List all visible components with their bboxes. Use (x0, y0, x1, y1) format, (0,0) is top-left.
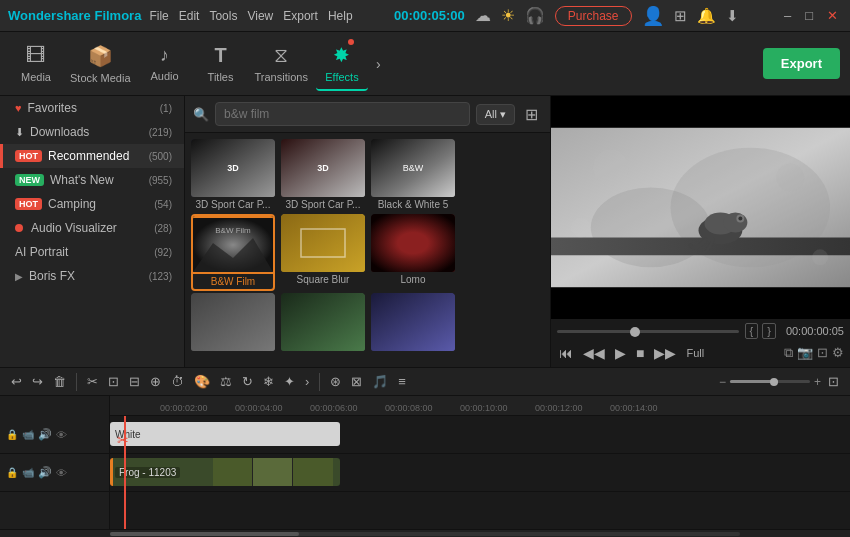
minimize-btn[interactable]: – (780, 8, 795, 23)
menu-edit[interactable]: Edit (179, 9, 200, 23)
clip-frog[interactable]: Frog - 11203 (110, 458, 340, 486)
preview-time-display: 00:00:00:05 (786, 325, 844, 337)
sidebar-item-favorites[interactable]: ♥ Favorites (1) (0, 96, 184, 120)
sidebar-item-ai-portrait[interactable]: AI Portrait (92) (0, 240, 184, 264)
track2-lock-icon[interactable]: 🔒 (6, 467, 18, 478)
menu-export[interactable]: Export (283, 9, 318, 23)
menu-view[interactable]: View (247, 9, 273, 23)
effect-thumb-row3b (281, 293, 365, 351)
sidebar-item-boris-fx[interactable]: ▶ Boris FX (123) (0, 264, 184, 288)
export-button[interactable]: Export (763, 48, 840, 79)
play-button[interactable]: ▶ (613, 343, 628, 363)
profile-icon[interactable]: 👤 (642, 5, 664, 27)
svg-text:B&W Film: B&W Film (215, 226, 251, 235)
split-button[interactable]: ⊟ (126, 372, 143, 391)
svg-text:3D: 3D (317, 163, 329, 173)
svg-rect-13 (281, 293, 365, 351)
effect-bwfilm[interactable]: B&W Film B&W Film (191, 214, 275, 291)
zoom-in-icon[interactable]: + (814, 375, 821, 389)
headset-icon: 🎧 (525, 6, 545, 25)
render-preview-icon[interactable]: ⧉ (784, 345, 793, 361)
track1-lock-icon[interactable]: 🔒 (6, 429, 18, 440)
cut-button[interactable]: ✂ (84, 372, 101, 391)
sidebar-item-camping[interactable]: HOT Camping (54) (0, 192, 184, 216)
prev-frame-button[interactable]: ◀◀ (581, 343, 607, 363)
skip-start-button[interactable]: ⏮ (557, 343, 575, 363)
full-quality-btn[interactable]: Full (686, 347, 704, 359)
undo-button[interactable]: ↩ (8, 372, 25, 391)
effects-search-input[interactable] (215, 102, 470, 126)
effect-row3c[interactable] (371, 293, 455, 355)
toolbar-transitions[interactable]: ⧖ Transitions (251, 38, 312, 89)
zoom-fit-button[interactable]: ⊡ (825, 372, 842, 391)
toolbar-titles[interactable]: T Titles (195, 38, 247, 89)
purchase-button[interactable]: Purchase (555, 6, 632, 26)
effects-track-btn[interactable]: ⊛ (327, 372, 344, 391)
toolbar-media-label: Media (21, 71, 51, 83)
effect-row3a[interactable] (191, 293, 275, 355)
snapshot-icon[interactable]: 📷 (797, 345, 813, 361)
delete-button[interactable]: 🗑 (50, 372, 69, 391)
sidebar-item-whats-new[interactable]: NEW What's New (955) (0, 168, 184, 192)
filter-dropdown[interactable]: All ▾ (476, 104, 515, 125)
color-button[interactable]: 🎨 (191, 372, 213, 391)
menu-file[interactable]: File (149, 9, 168, 23)
track1-eye-btn[interactable]: 👁 (56, 429, 67, 441)
zoom-out-icon[interactable]: − (719, 375, 726, 389)
settings-icon[interactable]: ⚙ (832, 345, 844, 361)
next-frame-button[interactable]: ▶▶ (652, 343, 678, 363)
transition-track-btn[interactable]: ⊠ (348, 372, 365, 391)
preview-playback-controls: ⏮ ◀◀ ▶ ■ ▶▶ Full ⧉ 📷 ⊡ ⚙ (557, 343, 844, 363)
scrubber-thumb[interactable] (630, 327, 640, 337)
menu-help[interactable]: Help (328, 9, 353, 23)
rotate-button[interactable]: ↻ (239, 372, 256, 391)
speed-button[interactable]: ⏱ (168, 372, 187, 391)
redo-button[interactable]: ↪ (29, 372, 46, 391)
effect-3dsport1[interactable]: 3D 3D Sport Car P... (191, 139, 275, 212)
toolbar-stock-media[interactable]: 📦 Stock Media (66, 38, 135, 90)
maximize-btn[interactable]: □ (801, 8, 817, 23)
zoom-slider[interactable] (730, 380, 810, 383)
adjust-button[interactable]: ⚖ (217, 372, 235, 391)
scrollbar-thumb[interactable] (110, 532, 299, 536)
toolbar-effects-label: Effects (325, 71, 358, 83)
audio-track-btn[interactable]: 🎵 (369, 372, 391, 391)
ai-button[interactable]: ✦ (281, 372, 298, 391)
clip-white[interactable]: White (110, 422, 340, 446)
toolbar-effects[interactable]: ✸ Effects (316, 37, 368, 91)
effect-thumb-row3c (371, 293, 455, 351)
sidebar-item-recommended[interactable]: HOT Recommended (500) (0, 144, 184, 168)
grid-view-icon[interactable]: ⊞ (521, 103, 542, 126)
thumb-svg-3dsport1: 3D (191, 139, 275, 197)
effect-lomo[interactable]: Lomo (371, 214, 455, 291)
bell-icon[interactable]: 🔔 (697, 7, 716, 25)
effect-bw5[interactable]: B&W Black & White 5 (371, 139, 455, 212)
effect-3dsport2[interactable]: 3D 3D Sport Car P... (281, 139, 365, 212)
stop-button[interactable]: ■ (634, 343, 646, 363)
toolbar-media[interactable]: 🎞 Media (10, 38, 62, 89)
track2-eye-btn[interactable]: 👁 (56, 467, 67, 479)
sidebar-item-audio-visualizer[interactable]: Audio Visualizer (28) (0, 216, 184, 240)
download-icon[interactable]: ⬇ (726, 7, 739, 25)
track2-mute-btn[interactable]: 🔊 (38, 466, 52, 479)
menu-tools[interactable]: Tools (209, 9, 237, 23)
mark-out[interactable]: } (762, 323, 776, 339)
toolbar-audio[interactable]: ♪ Audio (139, 39, 191, 88)
store-icon[interactable]: ⊞ (674, 7, 687, 25)
transform-button[interactable]: ⊕ (147, 372, 164, 391)
timeline-scrubber[interactable] (557, 330, 739, 333)
freeze-button[interactable]: ❄ (260, 372, 277, 391)
crop-button[interactable]: ⊡ (105, 372, 122, 391)
ruler-mark-2: 00:00:02:00 (160, 403, 208, 413)
more-button[interactable]: › (302, 372, 312, 391)
sidebar-item-downloads[interactable]: ⬇ Downloads (219) (0, 120, 184, 144)
effect-row3b[interactable] (281, 293, 365, 355)
track1-mute-btn[interactable]: 🔊 (38, 428, 52, 441)
mark-in[interactable]: { (745, 323, 759, 339)
more-tools-arrow[interactable]: › (372, 56, 385, 72)
effect-squareblur[interactable]: Square Blur (281, 214, 365, 291)
close-btn[interactable]: ✕ (823, 8, 842, 23)
pip-icon[interactable]: ⊡ (817, 345, 828, 361)
timeline-scrollbar[interactable] (0, 529, 850, 537)
text-track-btn[interactable]: ≡ (395, 372, 409, 391)
